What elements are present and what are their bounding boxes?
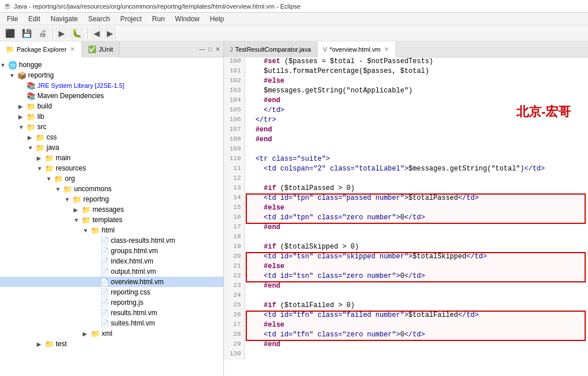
- tree-icon-5: 📁: [26, 113, 36, 121]
- tree-item-13[interactable]: ▼📁reportng: [0, 194, 223, 204]
- line-code-4: #end: [245, 96, 588, 106]
- tree-toggle-11[interactable]: ▼: [46, 176, 54, 182]
- tree-item-18[interactable]: 📄groups.html.vm: [0, 246, 223, 256]
- menu-item-search[interactable]: Search: [83, 14, 114, 24]
- menu-item-file[interactable]: File: [2, 14, 22, 24]
- tree-label-5: lib: [37, 113, 44, 121]
- menu-item-help[interactable]: Help: [206, 14, 229, 24]
- tree-toggle-15[interactable]: ▼: [74, 217, 82, 223]
- tree-icon-6: 📁: [26, 123, 36, 131]
- toolbar-btn-forward[interactable]: ▶: [104, 27, 116, 40]
- tree-toggle-7[interactable]: ▶: [28, 134, 36, 141]
- tree-item-24[interactable]: 📄results.html.vm: [0, 308, 223, 318]
- toolbar-btn-save[interactable]: 💾: [19, 27, 34, 40]
- tree-toggle-13[interactable]: ▼: [64, 196, 72, 203]
- tree-item-2[interactable]: 📚JRE System Library [J2SE-1.5]: [0, 80, 223, 91]
- tree-icon-3: 📚: [26, 92, 36, 100]
- tree-toggle-9[interactable]: ▶: [37, 155, 45, 161]
- tree-item-4[interactable]: ▶📁build: [0, 101, 223, 111]
- tree-item-6[interactable]: ▼📁src: [0, 122, 223, 132]
- tree-toggle-5[interactable]: ▶: [18, 114, 26, 120]
- tree-item-16[interactable]: ▼📁html: [0, 225, 223, 235]
- tree-item-8[interactable]: ▼📁java: [0, 142, 223, 153]
- code-editor[interactable]: 北京-宏哥 100 #set ($passes = $total - $notP…: [224, 57, 588, 376]
- menu-bar: FileEditNavigateSearchProjectRunWindowHe…: [0, 13, 588, 25]
- line-code-0: #set ($passes = $total - $notPassedTests…: [245, 57, 588, 67]
- line-code-21: #else: [245, 262, 588, 272]
- tab-overview-html-vm[interactable]: V *overview.html.vm ✕: [318, 41, 396, 57]
- code-line-15: 15 #else: [224, 204, 588, 214]
- toolbar-sep-2: [87, 28, 88, 39]
- tree-item-5[interactable]: ▶📁lib: [0, 111, 223, 122]
- menu-item-project[interactable]: Project: [115, 14, 146, 24]
- menu-item-edit[interactable]: Edit: [24, 14, 45, 24]
- tree-icon-4: 📁: [26, 102, 36, 111]
- line-code-27: #else: [245, 321, 588, 331]
- tree-icon-15: 📁: [82, 216, 91, 224]
- toolbar-btn-debug[interactable]: 🐛: [69, 27, 84, 40]
- tab-package-explorer-close[interactable]: ✕: [69, 46, 76, 52]
- tree-item-25[interactable]: 📄suites.html.vm: [0, 318, 223, 328]
- tree-toggle-6[interactable]: ▼: [18, 124, 26, 130]
- tree-item-21[interactable]: 📄overview.html.vm: [0, 277, 223, 287]
- tree-toggle-12[interactable]: ▼: [55, 186, 63, 192]
- tree-toggle-10[interactable]: ▼: [37, 165, 45, 172]
- tree-icon-27: 📁: [45, 340, 54, 348]
- tree-container[interactable]: ▼🌐hongge▼📦reportng 📚JRE System Library […: [0, 57, 223, 376]
- line-number-22: 22: [224, 272, 245, 282]
- tree-toggle-27[interactable]: ▶: [37, 341, 45, 347]
- tree-toggle-14[interactable]: ▶: [74, 207, 82, 213]
- tab-package-explorer[interactable]: 📁 Package Explorer ✕: [0, 41, 82, 57]
- tree-toggle-8[interactable]: ▼: [28, 145, 36, 151]
- toolbar-btn-run[interactable]: ▶: [56, 27, 68, 40]
- line-code-17: #end: [245, 223, 588, 233]
- tree-item-9[interactable]: ▶📁main: [0, 153, 223, 163]
- toolbar-btn-back[interactable]: ◀: [91, 27, 103, 40]
- tree-item-3[interactable]: 📚Maven Dependencies: [0, 91, 223, 101]
- toolbar-btn-new[interactable]: ⬛: [2, 27, 18, 40]
- line-code-25: #if ($totalFailed > 0): [245, 301, 588, 311]
- tree-toggle-26[interactable]: ▶: [83, 331, 91, 337]
- menu-item-run[interactable]: Run: [148, 14, 169, 24]
- tree-item-22[interactable]: 📄reporting.css: [0, 287, 223, 297]
- toolbar-btn-print[interactable]: 🖨: [36, 27, 49, 40]
- tree-toggle-1[interactable]: ▼: [9, 72, 17, 79]
- tree-item-1[interactable]: ▼📦reportng: [0, 70, 223, 80]
- code-line-7: 107 #end: [224, 126, 588, 135]
- tree-label-12: uncommons: [74, 185, 111, 193]
- tree-item-12[interactable]: ▼📁uncommons: [0, 184, 223, 194]
- tree-toggle-16[interactable]: ▼: [83, 227, 91, 234]
- code-line-16: 16 <td id="tpn" class="zero number">0</t…: [224, 214, 588, 223]
- tab-junit[interactable]: ✅ JUnit: [82, 41, 119, 57]
- code-line-4: 104 #end: [224, 96, 588, 106]
- tree-label-21: overview.html.vm: [111, 278, 164, 286]
- tree-item-23[interactable]: 📄reportng.js: [0, 297, 223, 308]
- tree-item-26[interactable]: ▶📁xml: [0, 328, 223, 339]
- tree-label-2: JRE System Library [J2SE-1.5]: [37, 82, 125, 89]
- line-code-12: [245, 175, 588, 184]
- tree-item-27[interactable]: ▶📁test: [0, 339, 223, 349]
- tree-item-15[interactable]: ▼📁templates: [0, 215, 223, 225]
- tree-item-11[interactable]: ▼📁org: [0, 173, 223, 184]
- tree-item-14[interactable]: ▶📁messages: [0, 204, 223, 215]
- menu-item-window[interactable]: Window: [171, 14, 204, 24]
- tree-toggle-4[interactable]: ▶: [18, 103, 26, 110]
- tree-item-17[interactable]: 📄class-results.html.vm: [0, 235, 223, 246]
- menu-item-navigate[interactable]: Navigate: [46, 14, 82, 24]
- minimize-panel-btn[interactable]: —: [198, 45, 206, 53]
- tree-icon-23: 📄: [100, 299, 109, 307]
- tree-item-0[interactable]: ▼🌐hongge: [0, 60, 223, 70]
- tree-item-20[interactable]: 📄output.html.vm: [0, 266, 223, 277]
- tree-item-7[interactable]: ▶📁css: [0, 132, 223, 142]
- tree-item-19[interactable]: 📄index.html.vm: [0, 256, 223, 266]
- line-code-26: <td id="tfn" class="failed number">$tota…: [245, 311, 588, 321]
- tree-icon-8: 📁: [36, 144, 45, 152]
- tree-toggle-0[interactable]: ▼: [0, 62, 8, 68]
- line-code-10: <tr class="suite">: [245, 155, 588, 165]
- maximize-panel-btn[interactable]: □: [207, 45, 213, 53]
- tab-test-result-comparator[interactable]: J TestResultComparator.java: [224, 41, 318, 57]
- left-panel: 📁 Package Explorer ✕ ✅ JUnit — □ ✕ ▼🌐hon…: [0, 41, 224, 376]
- tree-item-10[interactable]: ▼📁resources: [0, 163, 223, 173]
- tab-overview-html-vm-close[interactable]: ✕: [383, 46, 390, 52]
- close-panel-btn[interactable]: ✕: [214, 45, 221, 53]
